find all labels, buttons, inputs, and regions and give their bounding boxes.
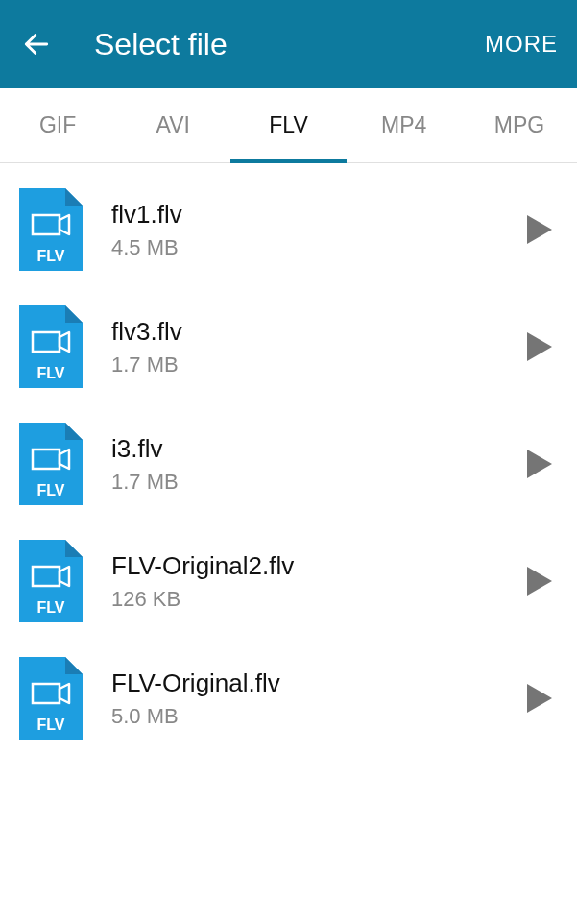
file-name: FLV-Original.flv [111, 668, 516, 699]
file-info: i3.flv 1.7 MB [111, 433, 516, 496]
app-header: Select file MORE [0, 0, 577, 88]
tab-avi[interactable]: AVI [115, 88, 230, 162]
file-type-icon: FLV [19, 540, 83, 622]
more-button[interactable]: MORE [485, 31, 558, 58]
tab-gif[interactable]: GIF [0, 88, 115, 162]
file-name: i3.flv [111, 433, 516, 465]
tab-flv[interactable]: FLV [230, 88, 346, 162]
file-size: 4.5 MB [111, 235, 516, 260]
file-info: flv1.flv 4.5 MB [111, 199, 516, 261]
file-list: FLV flv1.flv 4.5 MB FLV flv3.flv 1.7 MB [0, 163, 577, 757]
file-info: FLV-Original.flv 5.0 MB [111, 668, 516, 730]
file-item[interactable]: FLV i3.flv 1.7 MB [0, 405, 577, 523]
file-name: flv3.flv [111, 316, 516, 348]
file-name: FLV-Original2.flv [111, 550, 516, 582]
tab-mpg[interactable]: MPG [462, 88, 577, 162]
file-info: FLV-Original2.flv 126 KB [111, 550, 516, 613]
file-size: 1.7 MB [111, 470, 516, 495]
file-item[interactable]: FLV FLV-Original2.flv 126 KB [0, 523, 577, 640]
file-item[interactable]: FLV flv1.flv 4.5 MB [0, 171, 577, 288]
file-name: flv1.flv [111, 199, 516, 231]
file-size: 1.7 MB [111, 353, 516, 377]
play-icon[interactable] [525, 567, 554, 596]
back-arrow-icon[interactable] [19, 27, 54, 61]
file-type-icon: FLV [19, 305, 83, 388]
file-type-icon: FLV [19, 423, 83, 505]
file-info: flv3.flv 1.7 MB [111, 316, 516, 378]
format-tabs: GIF AVI FLV MP4 MPG [0, 88, 577, 163]
file-item[interactable]: FLV FLV-Original.flv 5.0 MB [0, 640, 577, 757]
svg-text:FLV: FLV [36, 482, 64, 498]
tab-mp4[interactable]: MP4 [347, 88, 462, 162]
file-size: 126 KB [111, 587, 516, 612]
play-icon[interactable] [525, 450, 554, 478]
svg-text:FLV: FLV [36, 599, 64, 616]
file-type-icon: FLV [19, 188, 83, 271]
play-icon[interactable] [525, 215, 554, 244]
file-type-icon: FLV [19, 657, 83, 740]
svg-text:FLV: FLV [36, 365, 64, 381]
file-item[interactable]: FLV flv3.flv 1.7 MB [0, 288, 577, 405]
svg-text:FLV: FLV [36, 248, 64, 264]
page-title: Select file [94, 27, 485, 62]
file-size: 5.0 MB [111, 704, 516, 729]
svg-text:FLV: FLV [36, 717, 64, 733]
play-icon[interactable] [525, 684, 554, 713]
play-icon[interactable] [525, 332, 554, 361]
